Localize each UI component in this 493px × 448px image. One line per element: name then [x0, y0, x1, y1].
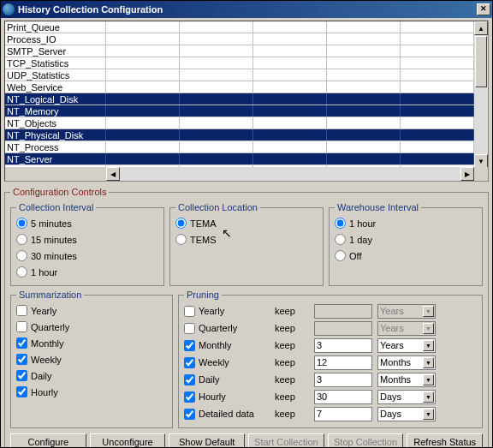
- pruning-label: Detailed data: [199, 409, 254, 419]
- summarization-label: Quarterly: [31, 322, 69, 332]
- pruning-checkbox[interactable]: [184, 391, 195, 403]
- summarization-label: Monthly: [31, 338, 64, 349]
- pruning-unit-select[interactable]: Days▼: [377, 390, 436, 404]
- pruning-unit-select[interactable]: Days▼: [377, 407, 436, 421]
- table-row[interactable]: NT_Physical_Disk: [5, 129, 474, 141]
- warehouse-interval-option[interactable]: 1 day: [335, 231, 477, 248]
- summarization-checkbox[interactable]: [16, 386, 27, 397]
- configure-groups-button[interactable]: Configure Groups: [10, 433, 86, 448]
- chevron-down-icon[interactable]: ▼: [423, 409, 434, 420]
- table-row[interactable]: Print_Queue: [5, 21, 474, 33]
- table-row[interactable]: Web_Service: [5, 81, 474, 93]
- summarization-item[interactable]: Monthly: [16, 335, 167, 351]
- vertical-scrollbar[interactable]: ▲ ▼: [474, 21, 488, 167]
- scroll-thumb[interactable]: [475, 36, 487, 87]
- summarization-checkbox[interactable]: [16, 354, 27, 365]
- table-row[interactable]: UDP_Statistics: [5, 69, 474, 81]
- summarization-checkbox[interactable]: [16, 370, 27, 381]
- pruning-value-input[interactable]: [314, 407, 372, 421]
- configuration-controls: Configuration Controls Collection Interv…: [4, 187, 489, 448]
- pruning-checkbox[interactable]: [184, 357, 195, 368]
- pruning-value-input[interactable]: [314, 355, 372, 370]
- pruning-group: Pruning YearlykeepYears▼QuarterlykeepYea…: [178, 290, 483, 428]
- table-cell-label: NT_Process: [5, 141, 106, 152]
- collection-location-option[interactable]: TEMA: [175, 215, 318, 231]
- table-row[interactable]: NT_Logical_Disk: [5, 93, 474, 105]
- collection-interval-label: 30 minutes: [31, 251, 77, 261]
- warehouse-interval-radio[interactable]: [335, 218, 346, 229]
- pruning-row: HourlykeepDays▼: [184, 388, 477, 405]
- scroll-down-icon[interactable]: ▼: [474, 154, 488, 168]
- table-row[interactable]: NT_Memory: [5, 105, 474, 117]
- chevron-down-icon[interactable]: ▼: [423, 391, 434, 403]
- collection-location-radio[interactable]: [175, 218, 187, 229]
- scroll-up-icon[interactable]: ▲: [474, 21, 488, 35]
- table-cell-empty: [253, 45, 327, 57]
- pruning-checkbox[interactable]: [184, 323, 195, 334]
- pruning-unit-label: Months: [380, 374, 411, 385]
- table-cell-empty: [327, 141, 401, 152]
- summarization-item[interactable]: Daily: [16, 367, 167, 384]
- pruning-keep-label: keep: [275, 323, 309, 333]
- summarization-item[interactable]: Yearly: [16, 302, 167, 319]
- collection-interval-option[interactable]: 30 minutes: [16, 248, 158, 264]
- unconfigure-groups-button[interactable]: Unconfigure Groups: [90, 433, 166, 448]
- pruning-label: Daily: [199, 374, 219, 385]
- summarization-item[interactable]: Weekly: [16, 351, 167, 367]
- collection-location-option[interactable]: TEMS: [175, 231, 318, 248]
- pruning-unit-select[interactable]: Years▼: [377, 338, 436, 353]
- warehouse-interval-option[interactable]: Off: [335, 248, 477, 264]
- collection-interval-radio[interactable]: [16, 218, 27, 229]
- chevron-down-icon: ▼: [423, 323, 434, 334]
- pruning-unit-select[interactable]: Months▼: [377, 373, 436, 387]
- chevron-down-icon[interactable]: ▼: [423, 357, 434, 368]
- table-row[interactable]: TCP_Statistics: [5, 57, 474, 69]
- warehouse-interval-option[interactable]: 1 hour: [335, 215, 477, 231]
- collection-interval-option[interactable]: 5 minutes: [16, 215, 158, 231]
- pruning-checkbox[interactable]: [184, 409, 195, 420]
- pruning-value-input[interactable]: [314, 390, 372, 404]
- pruning-checkbox[interactable]: [184, 306, 195, 317]
- pruning-row: QuarterlykeepYears▼: [184, 320, 477, 337]
- table-cell-label: NT_Memory: [5, 105, 106, 116]
- scroll-right-icon[interactable]: ▶: [460, 167, 474, 181]
- horizontal-scrollbar[interactable]: ◀ ▶: [5, 167, 474, 181]
- collection-location-group: Collection Location TEMATEMS ↖: [169, 202, 324, 286]
- collection-interval-option[interactable]: 15 minutes: [16, 231, 158, 248]
- pruning-value-input[interactable]: [314, 373, 372, 387]
- chevron-down-icon[interactable]: ▼: [423, 374, 434, 385]
- chevron-down-icon[interactable]: ▼: [423, 340, 434, 351]
- warehouse-interval-radio[interactable]: [335, 234, 346, 245]
- table-cell-empty: [106, 69, 180, 81]
- summarization-group: Summarization YearlyQuarterlyMonthlyWeek…: [10, 290, 173, 428]
- table-cell-empty: [106, 105, 180, 116]
- pruning-checkbox[interactable]: [184, 374, 195, 385]
- table-row[interactable]: NT_Objects: [5, 117, 474, 129]
- table-row[interactable]: NT_Process: [5, 141, 474, 153]
- collection-interval-radio[interactable]: [16, 234, 27, 245]
- collection-location-radio[interactable]: [175, 234, 187, 245]
- pruning-checkbox[interactable]: [184, 340, 195, 351]
- table-row[interactable]: Process_IO: [5, 33, 474, 45]
- summarization-checkbox[interactable]: [16, 337, 27, 349]
- collection-interval-option[interactable]: 1 hour: [16, 264, 158, 280]
- scroll-left-icon[interactable]: ◀: [106, 167, 120, 181]
- close-icon[interactable]: ✕: [477, 3, 490, 15]
- pruning-value-input[interactable]: [314, 338, 372, 353]
- start-collection-button[interactable]: Start Collection: [248, 433, 324, 448]
- pruning-label: Weekly: [199, 357, 229, 367]
- table-row[interactable]: SMTP_Server: [5, 45, 474, 57]
- collection-interval-radio[interactable]: [16, 250, 27, 261]
- warehouse-interval-radio[interactable]: [335, 250, 346, 261]
- collection-interval-radio[interactable]: [16, 266, 27, 278]
- table-row[interactable]: NT_Server: [5, 153, 474, 165]
- summarization-item[interactable]: Hourly: [16, 384, 167, 400]
- summarization-checkbox[interactable]: [16, 305, 27, 316]
- stop-collection-button[interactable]: Stop Collection: [328, 433, 404, 448]
- summarization-item[interactable]: Quarterly: [16, 319, 167, 335]
- pruning-unit-select[interactable]: Months▼: [377, 355, 436, 370]
- pruning-value-input: [314, 321, 372, 336]
- summarization-checkbox[interactable]: [16, 321, 27, 332]
- show-default-groups-button[interactable]: Show Default Groups: [169, 433, 245, 448]
- refresh-status-button[interactable]: Refresh Status: [407, 433, 483, 448]
